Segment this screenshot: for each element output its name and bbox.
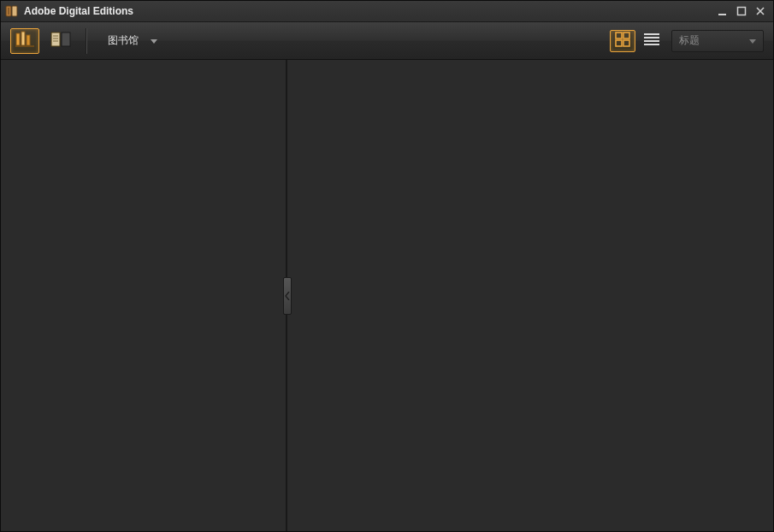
svg-rect-8 xyxy=(21,32,25,45)
sort-dropdown-label: 标题 xyxy=(679,33,700,48)
svg-rect-10 xyxy=(15,45,34,47)
list-view-button[interactable] xyxy=(639,30,665,52)
sort-dropdown[interactable]: 标题 xyxy=(671,30,764,52)
library-shelf-icon xyxy=(15,31,34,51)
svg-rect-7 xyxy=(16,33,20,45)
svg-rect-3 xyxy=(718,14,726,15)
svg-rect-22 xyxy=(644,40,659,42)
maximize-button[interactable] xyxy=(733,3,750,19)
minimize-button[interactable] xyxy=(714,3,731,19)
svg-rect-17 xyxy=(623,33,629,38)
sidebar-pane xyxy=(0,60,286,532)
svg-rect-21 xyxy=(644,37,659,38)
svg-rect-16 xyxy=(616,33,622,38)
toolbar: 图书馆 xyxy=(0,22,774,60)
chevron-left-icon xyxy=(285,292,290,300)
chevron-down-icon xyxy=(151,35,157,47)
main-pane xyxy=(287,60,774,532)
svg-rect-1 xyxy=(12,6,17,16)
chevron-down-icon xyxy=(749,35,756,47)
pane-splitter[interactable] xyxy=(286,60,287,532)
reading-view-button[interactable] xyxy=(46,28,75,54)
splitter-handle[interactable] xyxy=(283,277,292,315)
thumbnail-grid-icon xyxy=(615,32,630,50)
close-button[interactable] xyxy=(752,3,769,19)
svg-rect-4 xyxy=(738,7,746,15)
svg-rect-20 xyxy=(644,33,659,35)
app-title: Adobe Digital Editions xyxy=(24,5,133,17)
library-menu[interactable]: 图书馆 xyxy=(97,28,167,54)
svg-rect-9 xyxy=(27,35,30,45)
reading-page-icon xyxy=(50,32,71,50)
library-view-button[interactable] xyxy=(10,28,39,54)
toolbar-divider xyxy=(86,28,86,54)
content-area xyxy=(0,60,774,532)
titlebar: Adobe Digital Editions xyxy=(0,0,774,22)
library-menu-label: 图书馆 xyxy=(108,33,139,48)
view-mode-group xyxy=(610,30,665,52)
list-lines-icon xyxy=(644,33,659,50)
svg-rect-23 xyxy=(644,44,659,45)
svg-rect-12 xyxy=(62,33,70,46)
svg-rect-11 xyxy=(51,33,60,46)
svg-rect-18 xyxy=(616,40,622,46)
svg-rect-19 xyxy=(623,40,629,46)
thumbnail-view-button[interactable] xyxy=(610,30,635,52)
app-icon xyxy=(5,4,19,18)
